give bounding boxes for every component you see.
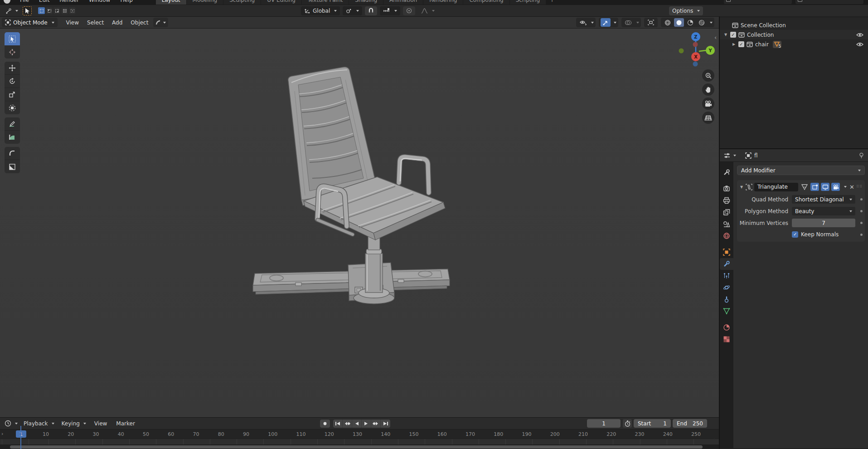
tab-layout[interactable]: Layout	[156, 0, 186, 5]
jump-to-end-button[interactable]	[381, 420, 390, 428]
blender-logo-icon[interactable]	[4, 0, 10, 4]
transform-extras-dropdown[interactable]	[153, 18, 168, 27]
polygon-method-dropdown[interactable]: Beauty	[792, 207, 855, 215]
viewport-camera-button[interactable]	[702, 98, 714, 110]
modifier-drag-handle[interactable]: ⠿⠿	[856, 186, 863, 188]
tool-cursor-button[interactable]	[5, 45, 20, 59]
tab-view-layer-properties[interactable]	[720, 206, 733, 218]
menu-file[interactable]: File	[15, 0, 34, 3]
tab-object-data-properties[interactable]	[720, 305, 733, 317]
tab-output-properties[interactable]	[720, 195, 733, 206]
tab-uv-editing[interactable]: UV Editing	[261, 0, 301, 5]
viewport-menu-view[interactable]: View	[62, 20, 83, 26]
tab-particle-properties[interactable]	[720, 270, 733, 282]
menu-render[interactable]: Render	[54, 0, 84, 3]
menu-window[interactable]: Window	[84, 0, 115, 3]
transform-orientation-dropdown[interactable]: Global	[301, 6, 340, 15]
jump-to-start-button[interactable]	[333, 420, 343, 428]
navigation-gizmo[interactable]: Z Y X	[678, 29, 719, 70]
tab-modeling[interactable]: Modeling	[187, 0, 223, 5]
quad-method-dropdown[interactable]: Shortest Diagonal	[792, 195, 855, 204]
tab-animation[interactable]: Animation	[383, 0, 423, 5]
quad-method-decorator[interactable]	[860, 198, 863, 200]
use-preview-range-button[interactable]	[623, 419, 632, 428]
tool-move-button[interactable]	[5, 62, 20, 75]
tab-sculpting[interactable]: Sculpting	[223, 0, 261, 5]
viewport-perspective-toggle-button[interactable]	[702, 112, 714, 124]
toggle-xray-button[interactable]	[646, 18, 656, 27]
view-layer-selector[interactable]	[795, 0, 863, 4]
gizmo-axis-neg-x[interactable]	[693, 42, 698, 47]
tool-rotate-button[interactable]	[5, 75, 20, 88]
tab-shading[interactable]: Shading	[349, 0, 383, 5]
timeline-menu-view[interactable]: View	[90, 420, 111, 427]
tool-measure-button[interactable]	[5, 131, 20, 144]
next-keyframe-button[interactable]	[371, 420, 381, 428]
outliner-row-collection[interactable]: ▼ ✓ Collection	[720, 30, 868, 39]
timeline-menu-marker[interactable]: Marker	[112, 420, 139, 427]
shading-wireframe-button[interactable]	[663, 18, 673, 27]
add-workspace-button[interactable]: +	[546, 0, 558, 5]
tab-object-properties[interactable]	[720, 246, 733, 258]
proportional-falloff-dropdown[interactable]	[418, 6, 438, 15]
viewport-pan-button[interactable]	[702, 83, 714, 96]
active-tool-select-box-button[interactable]	[23, 6, 32, 15]
minimum-vertices-field[interactable]: 7	[792, 219, 855, 227]
tab-physics-properties[interactable]	[720, 282, 733, 293]
modifier-realtime-toggle[interactable]	[821, 183, 829, 191]
snap-toggle-button[interactable]	[365, 6, 377, 15]
snap-settings-dropdown[interactable]	[380, 6, 400, 15]
keep-normals-decorator[interactable]	[860, 234, 863, 236]
modifier-expand-arrow[interactable]: ▼	[739, 185, 744, 189]
select-mode-subtract-button[interactable]	[53, 7, 60, 14]
tab-texture-properties[interactable]	[720, 333, 733, 345]
visibility-dropdown-chevron[interactable]	[591, 22, 594, 24]
shading-rendered-button[interactable]	[697, 18, 707, 27]
proportional-editing-button[interactable]	[403, 6, 415, 15]
select-mode-set-button[interactable]	[38, 7, 45, 14]
tab-material-properties[interactable]	[720, 322, 733, 333]
properties-editor-type-dropdown[interactable]	[723, 152, 736, 159]
playhead-line[interactable]	[20, 426, 21, 449]
tool-corner-fill-button[interactable]	[5, 160, 20, 173]
modifier-on-cage-toggle[interactable]	[800, 183, 809, 191]
add-modifier-dropdown[interactable]: Add Modifier	[737, 166, 865, 175]
tool-annotate-button[interactable]	[5, 117, 20, 131]
tab-render-properties[interactable]	[720, 183, 733, 195]
chair-mesh-data-badge[interactable]: 5	[773, 41, 781, 48]
tab-modifier-properties[interactable]	[720, 258, 733, 270]
pin-id-button[interactable]	[858, 152, 864, 159]
modifier-name-field[interactable]: Triangulate	[754, 183, 798, 191]
show-overlays-toggle[interactable]	[623, 18, 633, 27]
shading-solid-button[interactable]	[674, 18, 684, 27]
menu-help[interactable]: Help	[115, 0, 137, 3]
play-reverse-button[interactable]	[352, 420, 362, 428]
overlays-dropdown-chevron[interactable]	[636, 22, 639, 24]
tab-scripting[interactable]: Scripting	[510, 0, 546, 5]
tab-tool-properties[interactable]	[720, 166, 733, 178]
timeline-menu-playback[interactable]: Playback	[20, 419, 58, 428]
collection-checkbox[interactable]: ✓	[730, 32, 736, 38]
tool-scale-button[interactable]	[5, 88, 20, 101]
viewport-zoom-button[interactable]	[702, 69, 714, 82]
frame-end-field[interactable]: End 250	[673, 419, 707, 428]
options-dropdown[interactable]: Options	[669, 6, 703, 15]
previous-keyframe-button[interactable]	[343, 420, 352, 428]
collection-visibility-eye-icon[interactable]	[856, 33, 863, 37]
viewport-menu-object[interactable]: Object	[126, 20, 152, 26]
gizmo-axis-neg-y[interactable]	[679, 49, 684, 54]
tab-scene-properties[interactable]	[720, 218, 733, 230]
show-gizmos-toggle[interactable]	[601, 18, 611, 27]
tab-rendering[interactable]: Rendering	[423, 0, 463, 5]
tab-texture-paint[interactable]: Texture Paint	[302, 0, 349, 5]
gizmos-dropdown-chevron[interactable]	[614, 22, 616, 24]
collection-expand-arrow[interactable]: ▼	[723, 33, 728, 37]
current-frame-field[interactable]: 1	[587, 419, 621, 428]
chair-checkbox[interactable]: ✓	[738, 41, 744, 47]
outliner-row-chair[interactable]: ▶ ✓ chair 5	[720, 39, 868, 49]
modifier-extras-dropdown[interactable]	[844, 186, 847, 188]
chair-visibility-eye-icon[interactable]	[856, 42, 863, 47]
play-button[interactable]	[362, 420, 371, 428]
viewport-3d[interactable]: Z Y X ‹	[0, 29, 719, 417]
auto-keying-button[interactable]	[320, 420, 330, 428]
